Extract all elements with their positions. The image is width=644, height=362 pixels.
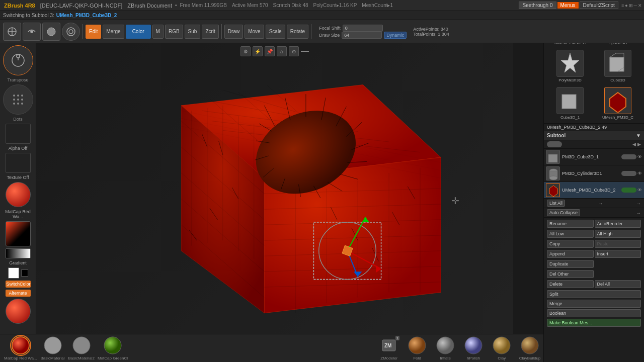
del-other-button[interactable]: Del Other [547, 270, 594, 278]
svg-point-3 [31, 31, 33, 33]
bottom-claybuildup[interactable]: ClayBuildup [517, 336, 542, 360]
brush-icon-btn[interactable] [3, 23, 21, 41]
viewport-3d[interactable]: ⚙ ⚡ 📌 ⌂ ⊙ [36, 43, 513, 334]
list-all-arrow2[interactable]: → [636, 201, 641, 206]
default-script-button[interactable]: DefaultZScript [580, 2, 618, 9]
subtool-section-header[interactable]: Subtool ▼ [544, 131, 644, 140]
menus-button[interactable]: Menus [557, 2, 579, 9]
duplicate-button[interactable]: Duplicate [547, 260, 594, 268]
make-boolean-button[interactable]: Make Boolean Mes... [547, 319, 641, 327]
tool-item-polymesh3d[interactable]: PolyMesh3D [547, 48, 593, 84]
sub-button[interactable]: Sub [185, 25, 201, 39]
boolean-button[interactable]: Boolean [547, 309, 641, 317]
rotate-button[interactable]: Rotate [287, 25, 308, 39]
all-low-button[interactable]: All Low [547, 230, 594, 238]
mrgb-button[interactable]: M [152, 25, 164, 39]
app-build: [DEUC-LAVF-QIKP-GOHI-NCDF] [38, 2, 125, 10]
rename-button[interactable]: Rename [547, 220, 594, 228]
color-mode-button[interactable]: Color [126, 25, 151, 39]
scale-button[interactable]: Scale [266, 25, 285, 39]
white-color-btn[interactable] [8, 267, 19, 279]
subtool-thumb-cube [546, 150, 560, 164]
alpha-box[interactable] [6, 124, 31, 144]
transpose-tool-btn[interactable] [3, 45, 33, 75]
switch-color-row [8, 267, 28, 279]
stroke-icon-btn[interactable] [23, 23, 41, 41]
dots-tool-btn[interactable] [3, 84, 33, 115]
bottom-zmodeler[interactable]: ZM 1 ZModeler [376, 336, 401, 360]
mesh-count-info: MeshCount▸1 [360, 2, 395, 9]
gradient-swatch[interactable] [6, 248, 31, 258]
auto-collapse-arrow[interactable]: → [636, 210, 641, 216]
dynamic-button[interactable]: Dynamic [384, 32, 407, 39]
bottom-matcap-green[interactable]: MatCap GreenCl [98, 336, 128, 360]
hpolish-label: hPolish [467, 356, 480, 360]
all-high-button[interactable]: All High [595, 230, 641, 238]
svg-marker-122 [561, 53, 579, 72]
list-all-arrow[interactable]: → [598, 201, 603, 206]
auto-reorder-button[interactable]: AutoReorder [595, 220, 641, 228]
zcrit-button[interactable]: Zcrit [202, 25, 218, 39]
subtool-toggle-cylinder[interactable] [621, 171, 636, 176]
focal-shift-slider[interactable]: 0 [343, 25, 383, 32]
svg-point-8 [17, 55, 20, 58]
edit-button[interactable]: Edit [86, 25, 101, 39]
subtool-toggle-cube[interactable] [621, 154, 636, 159]
matcap-preview[interactable] [6, 182, 31, 207]
color-picker-swatch[interactable] [6, 221, 31, 246]
draw-size-slider[interactable]: 64 [342, 32, 382, 39]
subtool-name-umesh-cube2: UMesh_PM3D_Cube3D_2 [562, 188, 619, 193]
bottom-basic-mat[interactable]: BasicMaterial [40, 336, 65, 360]
draw-button[interactable]: Draw [224, 25, 243, 39]
black-color-btn[interactable] [21, 269, 28, 277]
list-all-button[interactable]: List All [547, 200, 565, 207]
main-viewport[interactable]: ⚙ ⚡ 📌 ⌂ ⊙ [36, 43, 513, 334]
move-button[interactable]: Move [245, 25, 264, 39]
subtool-eye-cube[interactable]: 👁 [637, 154, 642, 159]
switch-color-button[interactable]: SwitchColor [6, 281, 31, 288]
svg-point-138 [104, 337, 121, 354]
delete-button[interactable]: Delete [547, 280, 594, 288]
del-all-button[interactable]: Del All [595, 280, 641, 288]
preview-sphere-bottom[interactable] [6, 299, 31, 324]
copy-button[interactable]: Copy [547, 240, 594, 248]
append-button[interactable]: Append [547, 250, 594, 258]
subtool-pm3d-cylinder[interactable]: PM3D_Cylinder3D1 👁 [544, 165, 644, 182]
tool-item-cube3d-1[interactable]: Cube3D_1 [547, 85, 593, 121]
minus-icon: ─ [634, 3, 637, 8]
rgb-button[interactable]: RGB [165, 25, 183, 39]
subtool-umesh-cube2[interactable]: UMesh_PM3D_Cube3D_2 👁 [544, 182, 644, 199]
paste-button[interactable]: Paste [595, 240, 641, 248]
material-icon-btn[interactable] [42, 23, 60, 41]
draw-mode-icon-btn[interactable] [62, 23, 80, 41]
bottom-clay[interactable]: Clay [489, 336, 514, 360]
svg-marker-129 [610, 93, 626, 113]
left-sidebar: Transpose Dots Alpha Off Texture Off Mat… [0, 43, 36, 334]
merge-subtool-button[interactable]: Merge [547, 300, 641, 308]
bottom-hpolish[interactable]: hPolish [461, 336, 486, 360]
bottom-fold[interactable]: Fold [405, 336, 430, 360]
split-button[interactable]: Split [547, 290, 641, 298]
tool-item-umesh-active[interactable]: UMesh_PM3D_C [595, 85, 641, 121]
subtool-eye-umesh-cube2[interactable]: 👁 [637, 188, 642, 193]
auto-collapse-button[interactable]: Auto Collapse [547, 209, 580, 216]
bottom-inflate[interactable]: Inflate [433, 336, 458, 360]
texture-box[interactable] [6, 153, 31, 173]
bottom-matcap-red[interactable]: MatCap Red Wa... [4, 336, 37, 360]
tool-item-cube3d[interactable]: Cube3D [595, 48, 641, 84]
alternate-button[interactable]: Alternate [6, 290, 31, 297]
clay-sphere [492, 336, 511, 355]
svg-point-143 [465, 337, 482, 354]
subtool-pm3d-cube[interactable]: PM3D_Cube3D_1 👁 [544, 149, 644, 165]
merge-label: Merge [106, 29, 120, 34]
active-tool-label: UMesh_PM3D_Cube3D_2 49 [547, 125, 607, 130]
bottom-basic-mat2[interactable]: BasicMaterial2 [68, 336, 95, 360]
insert-button[interactable]: Insert [595, 250, 641, 258]
merge-button[interactable]: Merge [103, 25, 124, 39]
close-icon: ✕ [638, 3, 642, 8]
subtool-eye-cylinder[interactable]: 👁 [637, 171, 642, 176]
svg-rect-128 [562, 95, 576, 109]
subtool-toggle-umesh-cube2[interactable] [621, 188, 636, 193]
subtool-toggle-switch[interactable] [547, 141, 562, 147]
see-through-button[interactable]: Seethrough 0 [519, 2, 556, 9]
